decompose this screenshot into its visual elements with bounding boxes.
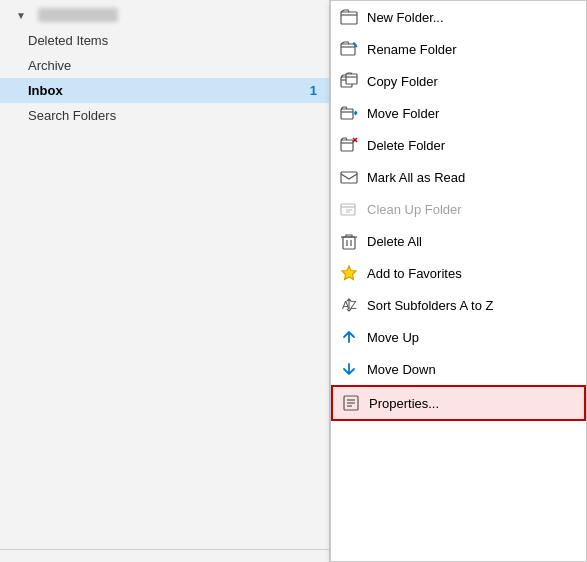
svg-rect-0 (341, 12, 357, 24)
menu-items-container: New Folder...Rename FolderCopy FolderMov… (331, 1, 586, 421)
new-folder-icon (339, 7, 359, 27)
menu-item-move-folder[interactable]: Move Folder (331, 97, 586, 129)
menu-item-delete-folder[interactable]: Delete Folder (331, 129, 586, 161)
rename-folder-icon (339, 39, 359, 59)
properties-icon (341, 393, 361, 413)
menu-item-label: Sort Subfolders A to Z (367, 298, 493, 313)
copy-folder-icon (339, 71, 359, 91)
menu-item-label: Properties... (369, 396, 439, 411)
svg-rect-5 (346, 74, 357, 84)
sidebar-item-label: Inbox (28, 83, 63, 98)
sidebar-header: ▼ (0, 0, 329, 28)
menu-item-rename-folder[interactable]: Rename Folder (331, 33, 586, 65)
svg-rect-7 (341, 140, 353, 151)
sidebar-item-badge: 1 (301, 83, 317, 98)
delete-folder-icon (339, 135, 359, 155)
sidebar-item-label: Archive (28, 58, 71, 73)
menu-item-add-favorites[interactable]: Add to Favorites (331, 257, 586, 289)
menu-item-mark-all-read[interactable]: Mark All as Read (331, 161, 586, 193)
add-favorites-icon (339, 263, 359, 283)
clean-up-folder-icon (339, 199, 359, 219)
menu-item-move-up[interactable]: Move Up (331, 321, 586, 353)
menu-item-label: Delete Folder (367, 138, 445, 153)
status-bar (0, 549, 329, 562)
menu-item-label: Copy Folder (367, 74, 438, 89)
sidebar-item-deleted-items[interactable]: Deleted Items (0, 28, 329, 53)
menu-item-label: Move Folder (367, 106, 439, 121)
context-menu: New Folder...Rename FolderCopy FolderMov… (330, 0, 587, 562)
menu-item-label: New Folder... (367, 10, 444, 25)
sidebar-item-label: Deleted Items (28, 33, 108, 48)
menu-item-label: Move Down (367, 362, 436, 377)
menu-item-move-down[interactable]: Move Down (331, 353, 586, 385)
move-up-icon (339, 327, 359, 347)
mark-all-read-icon (339, 167, 359, 187)
sidebar: ▼ Deleted ItemsArchiveInbox1Search Folde… (0, 0, 330, 562)
expand-arrow-icon: ▼ (16, 10, 26, 21)
sidebar-item-inbox[interactable]: Inbox1 (0, 78, 329, 103)
sort-subfolders-icon: AZ (339, 295, 359, 315)
svg-rect-10 (341, 172, 357, 183)
sidebar-item-archive[interactable]: Archive (0, 53, 329, 78)
menu-item-clean-up-folder: Clean Up Folder (331, 193, 586, 225)
svg-rect-12 (343, 237, 355, 249)
menu-item-delete-all[interactable]: Delete All (331, 225, 586, 257)
menu-item-label: Rename Folder (367, 42, 457, 57)
delete-all-icon (339, 231, 359, 251)
menu-item-label: Add to Favorites (367, 266, 462, 281)
menu-item-label: Mark All as Read (367, 170, 465, 185)
menu-item-new-folder[interactable]: New Folder... (331, 1, 586, 33)
menu-item-properties[interactable]: Properties... (331, 385, 586, 421)
sidebar-item-search-folders[interactable]: Search Folders (0, 103, 329, 128)
sidebar-item-label: Search Folders (28, 108, 116, 123)
sidebar-folder-list: Deleted ItemsArchiveInbox1Search Folders (0, 28, 329, 128)
sidebar-title-blur (38, 8, 118, 22)
svg-rect-1 (341, 44, 355, 55)
menu-item-copy-folder[interactable]: Copy Folder (331, 65, 586, 97)
menu-item-label: Delete All (367, 234, 422, 249)
move-down-icon (339, 359, 359, 379)
move-folder-icon (339, 103, 359, 123)
menu-item-sort-subfolders[interactable]: AZSort Subfolders A to Z (331, 289, 586, 321)
menu-item-label: Clean Up Folder (367, 202, 462, 217)
menu-item-label: Move Up (367, 330, 419, 345)
svg-rect-6 (341, 109, 353, 119)
